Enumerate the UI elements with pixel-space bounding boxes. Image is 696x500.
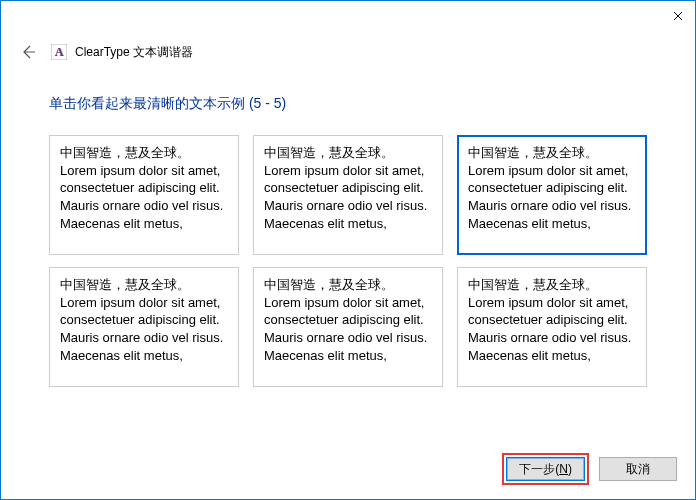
- app-title: ClearType 文本调谐器: [75, 44, 193, 61]
- content-area: 单击你看起来最清晰的文本示例 (5 - 5) 中国智造，慧及全球。 Lorem …: [1, 65, 695, 443]
- text-sample-6[interactable]: 中国智造，慧及全球。 Lorem ipsum dolor sit amet, c…: [457, 267, 647, 387]
- next-button-prefix: 下一步(: [519, 461, 559, 478]
- cleartype-app-icon: A A: [51, 44, 67, 60]
- sample-cn-text: 中国智造，慧及全球。: [468, 146, 598, 160]
- app-title-wrap: A A ClearType 文本调谐器: [51, 44, 193, 61]
- cancel-button[interactable]: 取消: [599, 457, 677, 481]
- sample-en-text: Lorem ipsum dolor sit amet, consectetuer…: [264, 295, 427, 363]
- sample-en-text: Lorem ipsum dolor sit amet, consectetuer…: [468, 295, 631, 363]
- text-sample-4[interactable]: 中国智造，慧及全球。 Lorem ipsum dolor sit amet, c…: [49, 267, 239, 387]
- sample-cn-text: 中国智造，慧及全球。: [60, 278, 190, 292]
- next-button-suffix: ): [568, 462, 572, 476]
- close-icon[interactable]: [673, 11, 683, 21]
- sample-cn-text: 中国智造，慧及全球。: [264, 278, 394, 292]
- text-sample-2[interactable]: 中国智造，慧及全球。 Lorem ipsum dolor sit amet, c…: [253, 135, 443, 255]
- sample-en-text: Lorem ipsum dolor sit amet, consectetuer…: [60, 295, 223, 363]
- cleartype-tuner-window: A A ClearType 文本调谐器 单击你看起来最清晰的文本示例 (5 - …: [0, 0, 696, 500]
- sample-cn-text: 中国智造，慧及全球。: [60, 146, 190, 160]
- svg-text:A: A: [55, 45, 64, 59]
- sample-en-text: Lorem ipsum dolor sit amet, consectetuer…: [468, 163, 631, 231]
- sample-grid: 中国智造，慧及全球。 Lorem ipsum dolor sit amet, c…: [49, 135, 647, 387]
- page-heading: 单击你看起来最清晰的文本示例 (5 - 5): [49, 95, 647, 113]
- text-sample-3[interactable]: 中国智造，慧及全球。 Lorem ipsum dolor sit amet, c…: [457, 135, 647, 255]
- sample-en-text: Lorem ipsum dolor sit amet, consectetuer…: [264, 163, 427, 231]
- text-sample-5[interactable]: 中国智造，慧及全球。 Lorem ipsum dolor sit amet, c…: [253, 267, 443, 387]
- next-button-highlight: 下一步(N): [502, 453, 589, 485]
- back-arrow-icon[interactable]: [19, 43, 37, 61]
- sample-cn-text: 中国智造，慧及全球。: [264, 146, 394, 160]
- footer-buttons: 下一步(N) 取消: [1, 443, 695, 499]
- next-button[interactable]: 下一步(N): [506, 457, 585, 481]
- sample-en-text: Lorem ipsum dolor sit amet, consectetuer…: [60, 163, 223, 231]
- header-row: A A ClearType 文本调谐器: [1, 31, 695, 65]
- sample-cn-text: 中国智造，慧及全球。: [468, 278, 598, 292]
- next-button-shortcut: N: [559, 462, 568, 476]
- titlebar: [1, 1, 695, 31]
- text-sample-1[interactable]: 中国智造，慧及全球。 Lorem ipsum dolor sit amet, c…: [49, 135, 239, 255]
